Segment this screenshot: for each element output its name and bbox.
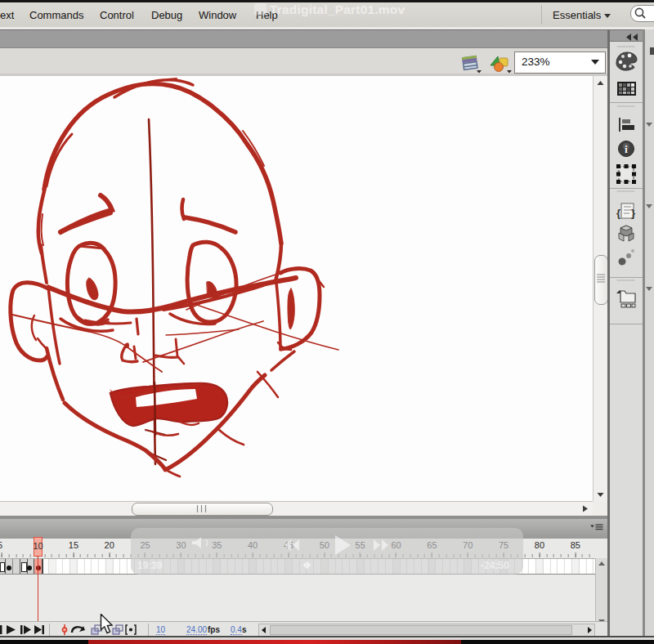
svg-text:{: { [616,207,620,219]
svg-text:19:39: 19:39 [137,560,163,571]
svg-text:-24:50: -24:50 [481,560,509,571]
svg-text:}: } [631,207,635,219]
